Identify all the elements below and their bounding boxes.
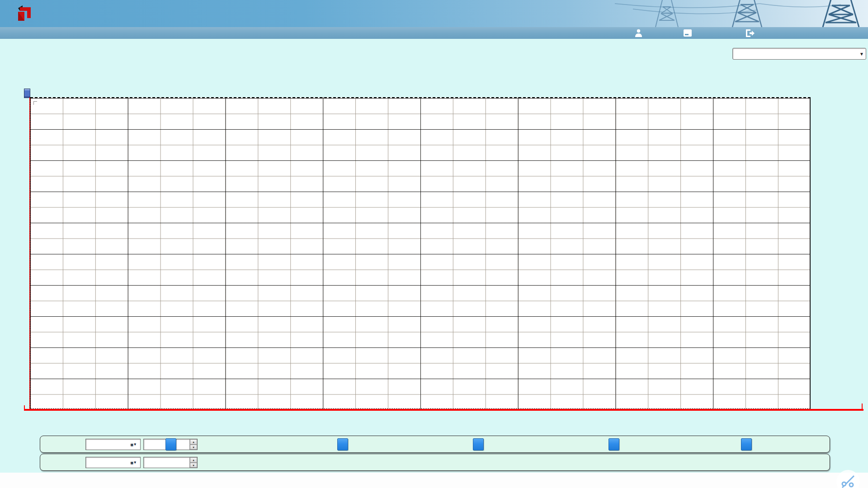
minimize-button[interactable] [684,28,694,38]
minimize-icon [684,29,692,37]
circuit-select-dropdown[interactable]: ▼ [732,48,866,60]
end-time-control-row: ▦▼ ▲▼ [40,454,830,471]
x-axis-left-end [24,405,25,409]
login-info [521,29,547,36]
exit-button[interactable] [746,28,757,38]
acrel-logo-icon [15,5,34,23]
print-curve-button[interactable] [741,438,752,450]
user-status-bar [0,27,868,39]
search-curve-button[interactable] [165,438,176,450]
elecfans-watermark [836,470,863,488]
x-axis-line [24,409,863,411]
mouse-zoom-button[interactable] [337,438,348,450]
spinner-down-icon[interactable]: ▼ [190,445,197,450]
x-axis-right-end [862,404,863,409]
chart-cursor-handle[interactable] [24,89,30,98]
refresh-curve-button[interactable] [609,438,619,450]
start-time-control-row: ▦▼ ▲▼ [40,436,830,453]
spinner-up-icon[interactable]: ▲ [190,439,197,445]
calendar-icon[interactable]: ▦▼ [127,439,140,450]
start-date-picker[interactable]: ▦▼ [85,439,141,450]
mouse-pan-button[interactable] [473,438,484,450]
acrel-logo [15,4,37,23]
y-axis-dashed-overlay [30,97,30,411]
chart-plot-area[interactable] [30,97,811,409]
calendar-icon[interactable]: ▦▼ [127,457,140,468]
bottom-nav-bar [0,473,868,488]
app-header [0,0,868,27]
elecfans-logo-icon [836,470,860,488]
plot-corner-mark [33,101,37,105]
end-time-input[interactable]: ▲▼ [143,457,198,468]
user-icon [635,29,642,37]
spinner-down-icon[interactable]: ▼ [190,463,197,468]
login-button[interactable] [635,28,645,38]
time-spinner[interactable]: ▲▼ [189,457,197,468]
chevron-down-icon: ▼ [858,52,866,56]
end-date-picker[interactable]: ▦▼ [85,457,141,468]
transmission-tower-graphic [479,0,868,27]
time-spinner[interactable]: ▲▼ [189,439,197,450]
spinner-up-icon[interactable]: ▲ [190,457,197,463]
exit-icon [746,29,755,37]
